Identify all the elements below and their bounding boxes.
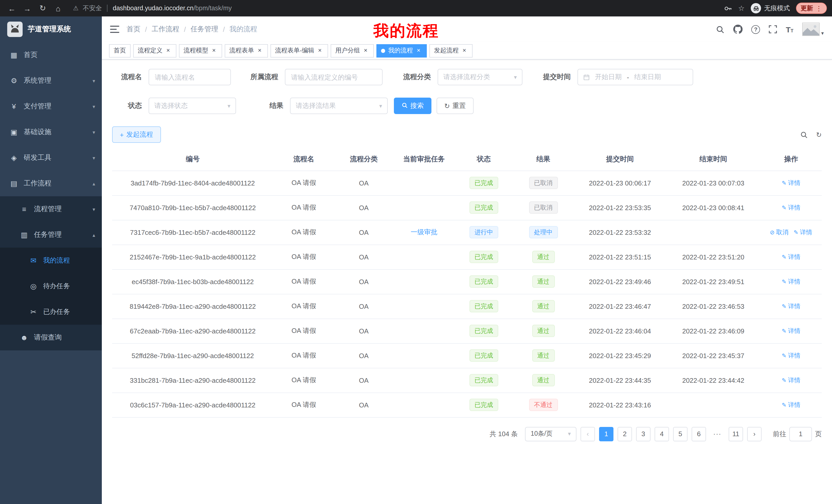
sidebar-item-infrastructure[interactable]: ▣ 基础设施 ▾ [0,119,102,145]
tab-process-form[interactable]: 流程表单 [225,44,268,57]
sidebar-item-devtools[interactable]: ◈ 研发工具 ▾ [0,145,102,171]
status-select[interactable]: 请选择状态 ▾ [149,97,236,114]
reload-icon[interactable]: ↻ [36,2,49,15]
sidebar-item-label: 工作流程 [24,179,51,188]
sidebar-item-process-management[interactable]: ≡ 流程管理 ▾ [0,196,102,222]
page-button[interactable]: 5 [673,427,687,441]
edit-icon: ✎ [782,328,786,334]
next-page-button[interactable]: › [747,427,761,441]
close-icon[interactable] [256,47,263,54]
cell-name: OA 请假 [273,220,334,245]
tab-start-process[interactable]: 发起流程 [430,44,473,57]
caret-down-icon: ▾ [821,30,824,36]
edit-icon: ✎ [782,254,786,260]
home-icon[interactable]: ⌂ [51,2,65,15]
process-definition-input[interactable] [285,69,383,85]
address-bar[interactable]: ⚠ 不安全 dashboard.yudao.iocoder.cn/bpm/tas… [73,4,716,12]
tab-process-definition[interactable]: 流程定义 [133,44,176,57]
close-icon[interactable] [316,47,323,54]
sidebar-item-system[interactable]: ⚙ 系统管理 ▾ [0,68,102,93]
sidebar-item-leave-query[interactable]: ☻ 请假查询 [0,325,102,351]
more-pages-button[interactable]: ··· [710,427,725,441]
page-button[interactable]: 6 [692,427,706,441]
breadcrumb-item[interactable]: 首页 [127,25,140,34]
cell-result: 已取消 [513,195,574,220]
github-icon[interactable] [733,25,743,34]
calendar-icon [583,74,590,80]
cell-status: 已完成 [455,294,513,318]
sidebar-item-done-tasks[interactable]: ✂ 已办任务 [0,299,102,325]
detail-link[interactable]: ✎详情 [782,376,800,385]
browser-update-button[interactable]: 更新 ⋮ [796,3,827,14]
detail-link[interactable]: ✎详情 [782,178,800,187]
close-icon[interactable] [415,47,422,54]
bookmark-star-icon[interactable]: ☆ [738,4,745,12]
security-label[interactable]: 不安全 [83,4,102,12]
back-icon[interactable]: ← [5,2,19,15]
font-size-icon[interactable]: TT [786,25,794,34]
start-process-button[interactable]: + 发起流程 [112,127,161,143]
tab-process-model[interactable]: 流程模型 [179,44,222,57]
user-icon: ☻ [20,333,29,342]
detail-link[interactable]: ✎详情 [782,327,800,335]
sidebar-item-task-management[interactable]: ▥ 任务管理 ▴ [0,222,102,248]
detail-link[interactable]: ✎详情 [782,351,800,360]
detail-link[interactable]: ✎详情 [782,400,800,409]
page-button[interactable]: 3 [636,427,650,441]
toggle-search-icon[interactable] [800,131,808,138]
reset-button[interactable]: ↻ 重置 [437,97,474,114]
sidebar-item-workflow[interactable]: ▤ 工作流程 ▴ [0,171,102,196]
fullscreen-icon[interactable] [769,25,777,33]
refresh-table-icon[interactable]: ↻ [816,131,822,138]
tab-home[interactable]: 首页 [109,44,131,57]
breadcrumb-item[interactable]: 工作流程 [152,25,179,34]
page-button[interactable]: 4 [655,427,669,441]
breadcrumb-item[interactable]: 任务管理 [190,25,218,34]
forward-icon[interactable]: → [21,2,34,15]
result-select[interactable]: 请选择流结果 ▾ [290,97,388,114]
detail-link[interactable]: ✎详情 [782,253,800,261]
tab-process-form-edit[interactable]: 流程表单-编辑 [270,44,328,57]
sidebar-item-my-process[interactable]: ✉ 我的流程 [0,248,102,273]
search-button[interactable]: 搜索 [394,97,432,114]
detail-link[interactable]: ✎详情 [782,302,800,311]
cell-actions: ✎详情 [760,171,822,195]
cell-name: OA 请假 [273,269,334,294]
search-icon[interactable] [716,25,725,34]
page-button[interactable]: 11 [729,427,743,441]
submit-time-range-picker[interactable]: 开始日期 - 结束日期 [577,69,693,85]
task-link[interactable]: 一级审批 [411,228,437,236]
pagination: 共 104 条 10条/页 ▾ ‹ 1 2 3 4 5 6 ··· 11 › [112,427,822,441]
detail-link[interactable]: ✎详情 [794,228,812,236]
process-category-select[interactable]: 请选择流程分类 ▾ [438,69,522,85]
user-avatar-menu[interactable]: ▾ [802,23,824,36]
help-icon[interactable]: ? [752,25,760,34]
sidebar-item-todo-tasks[interactable]: ◎ 待办任务 [0,273,102,299]
menu-dots-icon[interactable]: ⋮ [815,4,822,12]
close-icon[interactable] [461,47,468,54]
process-name-input[interactable] [149,69,231,85]
cell-actions: ✎详情 [760,294,822,318]
hamburger-icon[interactable] [110,26,119,33]
detail-link[interactable]: ✎详情 [782,203,800,212]
start-process-label: 发起流程 [126,130,153,139]
sidebar-item-payment[interactable]: ¥ 支付管理 ▾ [0,93,102,119]
sidebar-item-home[interactable]: ▦ 首页 [0,42,102,68]
key-icon[interactable] [724,4,732,12]
detail-link[interactable]: ✎详情 [782,277,800,286]
col-header-end-time: 结束时间 [666,148,760,171]
close-icon[interactable] [362,47,369,54]
page-button[interactable]: 1 [599,427,614,441]
prev-page-button[interactable]: ‹ [580,427,595,441]
url-text[interactable]: dashboard.yudao.iocoder.cn/bpm/task/my [113,5,232,12]
cancel-link[interactable]: ⊘取消 [770,228,788,236]
page-button[interactable]: 2 [618,427,632,441]
tab-my-process[interactable]: 我的流程 [376,44,427,57]
close-icon[interactable] [210,47,217,54]
app-logo-row[interactable]: 芋道管理系统 [0,17,102,42]
close-icon[interactable] [164,47,172,54]
tab-user-group[interactable]: 用户分组 [331,44,374,57]
page-size-select[interactable]: 10条/页 ▾ [525,427,576,441]
cell-status: 已完成 [455,368,513,393]
goto-page-input[interactable] [789,427,812,441]
